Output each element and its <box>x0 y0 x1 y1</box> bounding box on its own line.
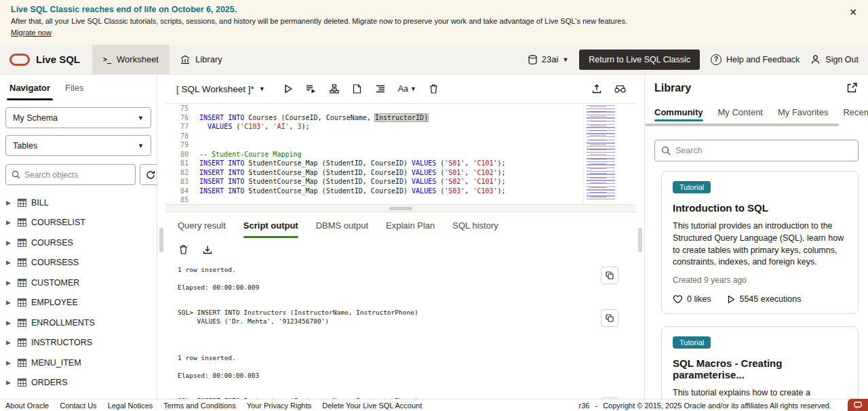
table-row[interactable]: ▶ORDERS <box>0 373 157 393</box>
tab-library[interactable]: Library <box>170 45 233 75</box>
font-size-button[interactable]: Aa ▼ <box>393 79 422 98</box>
database-version: 23ai <box>542 54 559 64</box>
chevron-down-icon: ▼ <box>410 85 416 92</box>
card-title[interactable]: Introduction to SQL <box>673 202 847 214</box>
clear-worksheet-button[interactable] <box>423 79 445 98</box>
library-tab-recently[interactable]: Recently <box>843 102 868 121</box>
table-name: INSTRUCTORS <box>31 338 92 347</box>
minimap[interactable] <box>583 104 636 204</box>
left-splitter[interactable] <box>157 75 165 399</box>
download-output-button[interactable] <box>197 240 218 259</box>
code-line[interactable]: 81INSERT INTO StudentCourse_Map (Student… <box>165 159 636 168</box>
migrate-now-link[interactable]: Migrate now <box>11 28 52 37</box>
horizontal-splitter[interactable] <box>165 204 636 212</box>
tab-query-result[interactable]: Query result <box>178 212 226 238</box>
copy-icon[interactable] <box>601 309 618 327</box>
download-editor-button[interactable] <box>347 79 368 98</box>
footer-link-your-privacy-rights[interactable]: Your Privacy Rights <box>247 402 312 410</box>
chevron-right-icon[interactable]: ▶ <box>6 319 13 326</box>
line-number: 76 <box>165 113 199 123</box>
card-title[interactable]: SQL Macros - Creating parameterise... <box>673 357 847 380</box>
code-line[interactable]: 75 <box>165 104 636 113</box>
tab-navigator[interactable]: Navigator <box>3 75 57 100</box>
sql-editor[interactable]: 7576INSERT INTO Courses (CourseID, Cours… <box>165 103 636 204</box>
table-row[interactable]: ▶COURSESS <box>0 253 157 273</box>
tab-sql-history[interactable]: SQL history <box>452 212 498 238</box>
tab-explain-plan[interactable]: Explain Plan <box>386 212 435 238</box>
chevron-right-icon[interactable]: ▶ <box>6 199 13 206</box>
database-selector[interactable]: 23ai ▼ <box>528 54 569 65</box>
chevron-right-icon[interactable]: ▶ <box>6 359 13 366</box>
run-button[interactable] <box>277 79 299 98</box>
executions-stat[interactable]: 5545 executions <box>727 294 801 304</box>
right-splitter[interactable] <box>636 75 644 399</box>
tutorial-card[interactable]: TutorialIntroduction to SQLThis tutorial… <box>661 171 859 314</box>
likes-stat[interactable]: 0 likes <box>673 294 711 304</box>
splitter-handle[interactable] <box>389 207 412 210</box>
code-line[interactable]: 77 VALUES ('C103', 'AI', 3); <box>165 122 636 132</box>
table-row[interactable]: ▶MENU_ITEM <box>0 353 157 373</box>
refresh-icon[interactable] <box>140 164 157 185</box>
tutorial-card[interactable]: TutorialSQL Macros - Creating parameteri… <box>661 326 859 399</box>
code-line[interactable]: 78 <box>165 132 636 141</box>
tab-worksheet[interactable]: >_ Worksheet <box>92 45 170 75</box>
chevron-right-icon[interactable]: ▶ <box>6 339 13 346</box>
library-tab-my-content[interactable]: My Content <box>718 102 763 121</box>
sign-out-button[interactable]: Sign Out <box>810 54 859 64</box>
library-tabs-scrollbar[interactable] <box>645 123 839 126</box>
worksheet-title-dropdown[interactable]: [ SQL Worksheet ]* ▼ <box>171 81 271 97</box>
chevron-right-icon[interactable]: ▶ <box>6 219 13 226</box>
library-tab-community[interactable]: Community <box>654 102 703 121</box>
code-line[interactable]: 84INSERT INTO StudentCourse_Map (Student… <box>165 187 636 196</box>
code-line[interactable]: 76INSERT INTO Courses (CourseID, CourseN… <box>165 113 636 123</box>
run-script-button[interactable] <box>300 79 322 98</box>
find-button[interactable] <box>609 79 631 98</box>
table-row[interactable]: ▶COURSES <box>0 233 157 253</box>
return-to-classic-button[interactable]: Return to Live SQL Classic <box>579 50 700 70</box>
tab-files[interactable]: Files <box>58 75 90 100</box>
clear-output-button[interactable] <box>172 240 194 259</box>
help-and-feedback-button[interactable]: ? Help and Feedback <box>711 54 800 65</box>
chevron-right-icon[interactable]: ▶ <box>6 239 13 246</box>
tab-script-output[interactable]: Script output <box>243 212 298 238</box>
footer-link-delete-your-live-sql-account[interactable]: Delete Your Live SQL Account <box>322 402 422 410</box>
share-button[interactable] <box>586 79 608 98</box>
search-objects-input[interactable] <box>24 170 130 180</box>
table-row[interactable]: ▶COURSELIST <box>0 213 157 233</box>
table-row[interactable]: ▶BILL <box>0 193 157 213</box>
code-line[interactable]: 79 <box>165 140 636 150</box>
chevron-right-icon[interactable]: ▶ <box>6 279 13 286</box>
splitter-handle[interactable] <box>159 228 163 252</box>
chevron-right-icon[interactable]: ▶ <box>6 379 13 386</box>
copy-icon[interactable] <box>601 267 618 284</box>
code-line[interactable]: 83INSERT INTO StudentCourse_Map (Student… <box>165 177 636 187</box>
footer-link-terms-and-conditions[interactable]: Terms and Conditions <box>163 402 235 410</box>
code-line[interactable]: 80-- Student-Course Mapping <box>165 150 636 159</box>
footer-link-legal-notices[interactable]: Legal Notices <box>108 402 153 410</box>
chevron-right-icon[interactable]: ▶ <box>6 299 13 306</box>
library-search-input[interactable] <box>675 146 852 155</box>
code-line[interactable]: 85 <box>165 195 636 204</box>
table-row[interactable]: ▶CUSTOMER <box>0 273 157 293</box>
table-row[interactable]: ▶ORDER_ITEM <box>0 393 157 399</box>
open-in-new-icon[interactable] <box>846 81 859 94</box>
table-row[interactable]: ▶EMPLOYEE <box>0 293 157 313</box>
format-button[interactable] <box>370 79 391 98</box>
schema-select[interactable]: My Schema ▼ <box>5 107 151 128</box>
footer-link-contact-us[interactable]: Contact Us <box>60 402 96 410</box>
feedback-widget[interactable] <box>848 399 868 411</box>
table-row[interactable]: ▶ENROLLMENTS <box>0 313 157 333</box>
close-icon[interactable]: ✕ <box>846 5 860 19</box>
tab-dbms-output[interactable]: DBMS output <box>316 212 368 238</box>
explain-plan-button[interactable] <box>323 79 345 98</box>
object-type-select[interactable]: Tables ▼ <box>5 135 151 156</box>
tab-library-label: Library <box>195 54 222 64</box>
chevron-right-icon[interactable]: ▶ <box>6 259 13 266</box>
table-icon <box>18 199 26 207</box>
splitter-handle[interactable] <box>638 228 642 252</box>
code-line[interactable]: 82INSERT INTO StudentCourse_Map (Student… <box>165 168 636 178</box>
help-label: Help and Feedback <box>726 55 800 64</box>
footer-link-about-oracle[interactable]: About Oracle <box>5 402 49 410</box>
table-row[interactable]: ▶INSTRUCTORS <box>0 333 157 353</box>
library-tab-my-favorites[interactable]: My Favorites <box>778 102 828 121</box>
